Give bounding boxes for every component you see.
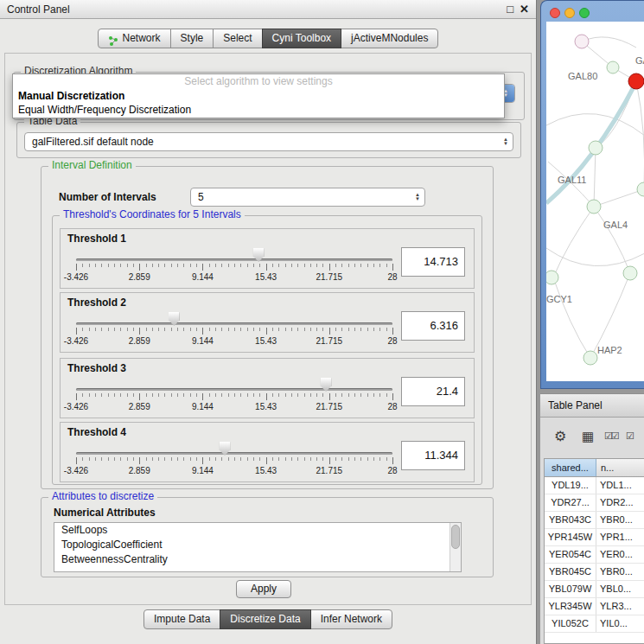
network-node[interactable] [607,61,619,73]
table-panel-title: Table Panel [548,399,603,411]
attributes-scrollbar[interactable] [450,523,461,571]
table-row[interactable]: YDL19...YDL1... [545,477,644,494]
attribute-item-selfloops[interactable]: SelfLoops [54,523,461,538]
tab-select-label: Select [223,29,252,48]
slider-track[interactable] [76,322,392,325]
scale-label: 21.715 [316,466,343,475]
table-row[interactable]: YBR043CYBR0... [545,512,644,529]
control-panel-window: Control Panel □ ✕ Network Style S [0,0,537,644]
table-cell[interactable]: YBR0... [596,564,644,580]
threshold-3-slider[interactable]: -3.4262.8599.14415.4321.71528 [76,376,392,416]
table-cell[interactable]: YDR27... [545,494,596,511]
network-node[interactable] [623,266,637,280]
tab-style[interactable]: Style [170,29,214,48]
tab-cyni-toolbox[interactable]: Cyni Toolbox [262,29,341,48]
table-cell[interactable]: YDL1... [596,477,644,494]
threshold-2-slider[interactable]: -3.4262.8599.14415.4321.71528 [76,310,392,350]
table-cell[interactable]: YPR145W [545,529,596,545]
network-node[interactable] [587,200,601,214]
slider-track[interactable] [76,258,392,261]
slider-scale: -3.4262.8599.14415.4321.71528 [76,272,392,283]
threshold-1-slider[interactable]: -3.4262.8599.14415.4321.71528 [76,246,392,286]
scale-label: 28 [387,336,397,346]
threshold-2-value-field[interactable]: 6.316 [401,311,465,341]
tab-impute-data[interactable]: Impute Data [143,609,220,629]
table-cell[interactable]: YBR045C [545,564,596,580]
threshold-4-slider[interactable]: -3.4262.8599.14415.4321.71528 [76,440,392,480]
table-row[interactable]: YER054CYER0... [545,546,644,564]
algorithm-popup-placeholder: Select algorithm to view settings [13,74,504,89]
table-cell[interactable]: YBR0... [596,512,644,528]
threshold-1-value-field[interactable]: 14.713 [401,247,465,277]
algorithm-option-equal-width[interactable]: Equal Width/Frequency Discretization [13,103,504,117]
window-close-traffic-icon[interactable] [550,8,560,18]
table-cell[interactable]: YDR2... [596,494,644,511]
table-row[interactable]: YBR045CYBR0... [545,564,644,581]
network-node[interactable] [637,182,644,196]
slider-track[interactable] [76,452,392,455]
threshold-4-value-field[interactable]: 11.344 [401,441,465,470]
attributes-scrollbar-thumb[interactable] [451,525,460,549]
column-header-name[interactable]: n... [596,459,644,476]
close-window-icon[interactable]: ✕ [520,3,529,16]
network-canvas[interactable]: GAL80 GA GAL11 GAL4 GCY1 HAP2 [546,22,644,381]
table-cell[interactable]: YBL0... [596,581,644,597]
numerical-attributes-label: Numerical Attributes [54,507,156,519]
table-cell[interactable]: YIL052C [545,615,596,632]
gear-icon[interactable]: ⚙ [554,428,566,444]
float-window-icon[interactable]: □ [507,3,513,16]
network-node[interactable] [589,141,603,155]
tab-discretize-data[interactable]: Discretize Data [220,609,310,629]
network-node[interactable] [546,271,558,284]
table-row[interactable]: YBL079WYBL0... [545,581,644,598]
table-cell[interactable]: YER0... [596,546,644,563]
window-zoom-traffic-icon[interactable] [579,8,590,18]
tab-infer-network[interactable]: Infer Network [310,609,392,629]
number-of-intervals-combo[interactable]: 5 ▲▼ [190,188,425,207]
threshold-3-value-field[interactable]: 21.4 [401,377,465,406]
table-cell[interactable]: YDL19... [545,477,596,494]
numerical-attributes-list: SelfLoops TopologicalCoefficient Between… [54,522,462,572]
table-cell[interactable]: YER054C [545,546,596,563]
table-cell[interactable]: YBR043C [545,512,596,528]
attribute-item-betweennesscentrality[interactable]: BetweennessCentrality [54,552,461,567]
table-row[interactable]: YIL052CYIL0... [545,615,644,633]
node-label-gal80: GAL80 [568,71,597,81]
table-cell[interactable]: YIL0... [596,615,644,632]
algorithm-option-manual[interactable]: Manual Discretization [13,89,504,103]
table-panel-titlebar: Table Panel [540,393,644,418]
scale-label: 28 [387,272,397,282]
select-all-checks-icon[interactable]: ☑☑ [604,430,618,442]
scale-label: -3.426 [64,272,88,282]
threshold-4-panel: Threshold 4 -3.4262.8599.14415.4321.7152… [60,422,475,482]
network-node[interactable] [583,351,597,365]
table-cell[interactable]: YLR3... [596,598,644,615]
table-cell[interactable]: YLR345W [545,598,596,615]
tab-jactivemnodules[interactable]: jActiveMNodules [341,29,438,48]
table-row[interactable]: YLR345WYLR3... [545,598,644,615]
check-icon[interactable]: ☑ [626,430,634,442]
network-node[interactable] [575,35,589,48]
column-header-shared-name[interactable]: shared... [545,459,596,476]
network-node-red[interactable] [628,73,644,89]
tab-discretize-data-label: Discretize Data [230,610,300,628]
tab-select[interactable]: Select [213,29,262,48]
slider-major-ticks [76,457,393,464]
node-label-gal4: GAL4 [603,220,628,230]
threshold-1-label: Threshold 1 [67,233,126,245]
algorithm-popup: Select algorithm to view settings Manual… [12,73,505,118]
slider-scale: -3.4262.8599.14415.4321.71528 [76,466,392,476]
table-row[interactable]: YPR145WYPR1... [545,529,644,546]
columns-icon[interactable]: ▦ [582,429,594,444]
slider-track[interactable] [76,388,392,391]
attribute-item-topologicalcoefficient[interactable]: TopologicalCoefficient [54,538,461,552]
tab-network[interactable]: Network [98,29,171,48]
table-row[interactable]: YDR27...YDR2... [545,494,644,512]
node-label-hap2: HAP2 [597,345,622,355]
table-cell[interactable]: YBL079W [545,581,596,597]
apply-button[interactable]: Apply [236,580,291,598]
table-cell[interactable]: YPR1... [596,529,644,545]
window-minimize-traffic-icon[interactable] [564,8,575,18]
table-data-combo[interactable]: galFiltered.sif default node ▲▼ [24,132,513,151]
scale-label: 15.43 [255,402,277,411]
